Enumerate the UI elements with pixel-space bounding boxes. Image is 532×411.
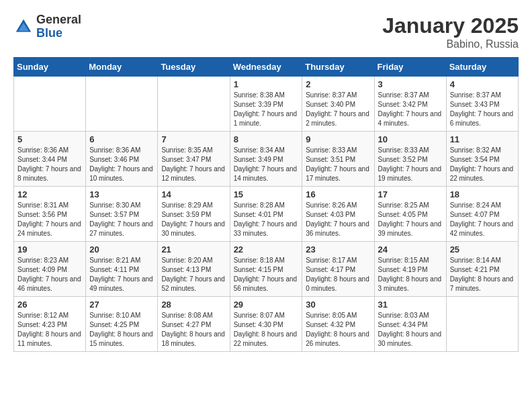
calendar-cell: 14Sunrise: 8:29 AM Sunset: 3:59 PM Dayli… <box>158 187 230 242</box>
day-number: 19 <box>17 244 82 255</box>
day-number: 14 <box>161 189 226 199</box>
day-number: 10 <box>378 134 443 144</box>
calendar-week-5: 26Sunrise: 8:12 AM Sunset: 4:23 PM Dayli… <box>14 297 519 352</box>
day-header-sunday: Sunday <box>14 58 86 77</box>
day-info: Sunrise: 8:28 AM Sunset: 4:01 PM Dayligh… <box>234 201 299 238</box>
day-info: Sunrise: 8:31 AM Sunset: 3:56 PM Dayligh… <box>17 201 82 238</box>
calendar-cell: 23Sunrise: 8:17 AM Sunset: 4:17 PM Dayli… <box>302 242 374 297</box>
day-number: 18 <box>450 189 515 199</box>
calendar-cell <box>86 77 158 132</box>
calendar-cell <box>158 77 230 132</box>
calendar-cell: 30Sunrise: 8:05 AM Sunset: 4:32 PM Dayli… <box>302 297 374 352</box>
logo-general: General <box>36 13 81 27</box>
day-number: 3 <box>378 79 443 89</box>
day-header-saturday: Saturday <box>446 58 518 77</box>
day-number: 9 <box>306 134 370 144</box>
day-info: Sunrise: 8:12 AM Sunset: 4:23 PM Dayligh… <box>17 311 82 349</box>
calendar-cell: 25Sunrise: 8:14 AM Sunset: 4:21 PM Dayli… <box>446 242 518 297</box>
calendar-cell: 3Sunrise: 8:37 AM Sunset: 3:42 PM Daylig… <box>374 77 446 132</box>
day-number: 25 <box>450 244 515 255</box>
day-number: 23 <box>306 244 370 255</box>
calendar-cell: 9Sunrise: 8:33 AM Sunset: 3:51 PM Daylig… <box>302 132 374 187</box>
day-info: Sunrise: 8:15 AM Sunset: 4:19 PM Dayligh… <box>378 256 443 293</box>
calendar-header-row: SundayMondayTuesdayWednesdayThursdayFrid… <box>14 58 519 77</box>
day-number: 21 <box>161 244 226 255</box>
day-info: Sunrise: 8:14 AM Sunset: 4:21 PM Dayligh… <box>450 256 515 293</box>
day-info: Sunrise: 8:03 AM Sunset: 4:34 PM Dayligh… <box>378 311 443 349</box>
calendar-week-2: 5Sunrise: 8:36 AM Sunset: 3:44 PM Daylig… <box>14 132 519 187</box>
day-info: Sunrise: 8:08 AM Sunset: 4:27 PM Dayligh… <box>161 311 226 349</box>
title-area: January 2025 Babino, Russia <box>382 13 519 50</box>
calendar-cell: 11Sunrise: 8:32 AM Sunset: 3:54 PM Dayli… <box>446 132 518 187</box>
day-number: 17 <box>378 189 443 199</box>
day-number: 11 <box>450 134 515 144</box>
calendar-cell: 31Sunrise: 8:03 AM Sunset: 4:34 PM Dayli… <box>374 297 446 352</box>
day-number: 20 <box>89 244 154 255</box>
day-info: Sunrise: 8:30 AM Sunset: 3:57 PM Dayligh… <box>89 201 154 238</box>
logo: General Blue <box>13 13 81 40</box>
day-info: Sunrise: 8:24 AM Sunset: 4:07 PM Dayligh… <box>450 201 515 238</box>
calendar-cell <box>14 77 86 132</box>
day-info: Sunrise: 8:37 AM Sunset: 3:42 PM Dayligh… <box>378 91 443 128</box>
day-info: Sunrise: 8:18 AM Sunset: 4:15 PM Dayligh… <box>234 256 299 293</box>
day-info: Sunrise: 8:20 AM Sunset: 4:13 PM Dayligh… <box>161 256 226 293</box>
day-info: Sunrise: 8:37 AM Sunset: 3:40 PM Dayligh… <box>306 91 370 128</box>
day-number: 16 <box>306 189 370 199</box>
calendar-cell: 15Sunrise: 8:28 AM Sunset: 4:01 PM Dayli… <box>230 187 302 242</box>
day-info: Sunrise: 8:32 AM Sunset: 3:54 PM Dayligh… <box>450 146 515 183</box>
day-header-friday: Friday <box>374 58 446 77</box>
day-number: 28 <box>161 300 226 310</box>
calendar-cell: 16Sunrise: 8:26 AM Sunset: 4:03 PM Dayli… <box>302 187 374 242</box>
day-number: 8 <box>234 134 299 144</box>
calendar-cell: 12Sunrise: 8:31 AM Sunset: 3:56 PM Dayli… <box>14 187 86 242</box>
calendar-week-4: 19Sunrise: 8:23 AM Sunset: 4:09 PM Dayli… <box>14 242 519 297</box>
logo-text: General Blue <box>36 13 81 40</box>
day-info: Sunrise: 8:36 AM Sunset: 3:46 PM Dayligh… <box>89 146 154 183</box>
day-number: 4 <box>450 79 515 89</box>
calendar-week-3: 12Sunrise: 8:31 AM Sunset: 3:56 PM Dayli… <box>14 187 519 242</box>
day-number: 30 <box>306 300 370 310</box>
calendar-cell: 26Sunrise: 8:12 AM Sunset: 4:23 PM Dayli… <box>14 297 86 352</box>
day-number: 24 <box>378 244 443 255</box>
calendar-cell: 10Sunrise: 8:33 AM Sunset: 3:52 PM Dayli… <box>374 132 446 187</box>
calendar-cell: 22Sunrise: 8:18 AM Sunset: 4:15 PM Dayli… <box>230 242 302 297</box>
day-number: 22 <box>234 244 299 255</box>
calendar-cell: 6Sunrise: 8:36 AM Sunset: 3:46 PM Daylig… <box>86 132 158 187</box>
calendar-table: SundayMondayTuesdayWednesdayThursdayFrid… <box>13 57 519 352</box>
calendar-cell: 20Sunrise: 8:21 AM Sunset: 4:11 PM Dayli… <box>86 242 158 297</box>
calendar-cell: 4Sunrise: 8:37 AM Sunset: 3:43 PM Daylig… <box>446 77 518 132</box>
day-info: Sunrise: 8:07 AM Sunset: 4:30 PM Dayligh… <box>234 311 299 349</box>
day-info: Sunrise: 8:10 AM Sunset: 4:25 PM Dayligh… <box>89 311 154 349</box>
day-number: 6 <box>89 134 154 144</box>
calendar-cell: 18Sunrise: 8:24 AM Sunset: 4:07 PM Dayli… <box>446 187 518 242</box>
day-info: Sunrise: 8:33 AM Sunset: 3:51 PM Dayligh… <box>306 146 370 183</box>
day-number: 15 <box>234 189 299 199</box>
calendar-cell: 29Sunrise: 8:07 AM Sunset: 4:30 PM Dayli… <box>230 297 302 352</box>
day-number: 2 <box>306 79 370 89</box>
day-number: 31 <box>378 300 443 310</box>
day-number: 1 <box>234 79 299 89</box>
day-info: Sunrise: 8:29 AM Sunset: 3:59 PM Dayligh… <box>161 201 226 238</box>
month-title: January 2025 <box>382 13 519 38</box>
calendar-cell: 13Sunrise: 8:30 AM Sunset: 3:57 PM Dayli… <box>86 187 158 242</box>
day-info: Sunrise: 8:38 AM Sunset: 3:39 PM Dayligh… <box>234 91 299 128</box>
day-info: Sunrise: 8:21 AM Sunset: 4:11 PM Dayligh… <box>89 256 154 293</box>
day-number: 5 <box>17 134 82 144</box>
calendar-cell: 17Sunrise: 8:25 AM Sunset: 4:05 PM Dayli… <box>374 187 446 242</box>
day-number: 7 <box>161 134 226 144</box>
calendar-cell: 24Sunrise: 8:15 AM Sunset: 4:19 PM Dayli… <box>374 242 446 297</box>
day-header-wednesday: Wednesday <box>230 58 302 77</box>
calendar-cell: 19Sunrise: 8:23 AM Sunset: 4:09 PM Dayli… <box>14 242 86 297</box>
day-info: Sunrise: 8:33 AM Sunset: 3:52 PM Dayligh… <box>378 146 443 183</box>
location: Babino, Russia <box>382 38 519 50</box>
calendar-cell: 1Sunrise: 8:38 AM Sunset: 3:39 PM Daylig… <box>230 77 302 132</box>
calendar-cell <box>446 297 518 352</box>
day-info: Sunrise: 8:17 AM Sunset: 4:17 PM Dayligh… <box>306 256 370 293</box>
day-header-monday: Monday <box>86 58 158 77</box>
logo-icon <box>13 17 34 37</box>
calendar-cell: 5Sunrise: 8:36 AM Sunset: 3:44 PM Daylig… <box>14 132 86 187</box>
day-number: 12 <box>17 189 82 199</box>
day-info: Sunrise: 8:26 AM Sunset: 4:03 PM Dayligh… <box>306 201 370 238</box>
calendar-week-1: 1Sunrise: 8:38 AM Sunset: 3:39 PM Daylig… <box>14 77 519 132</box>
day-number: 26 <box>17 300 82 310</box>
